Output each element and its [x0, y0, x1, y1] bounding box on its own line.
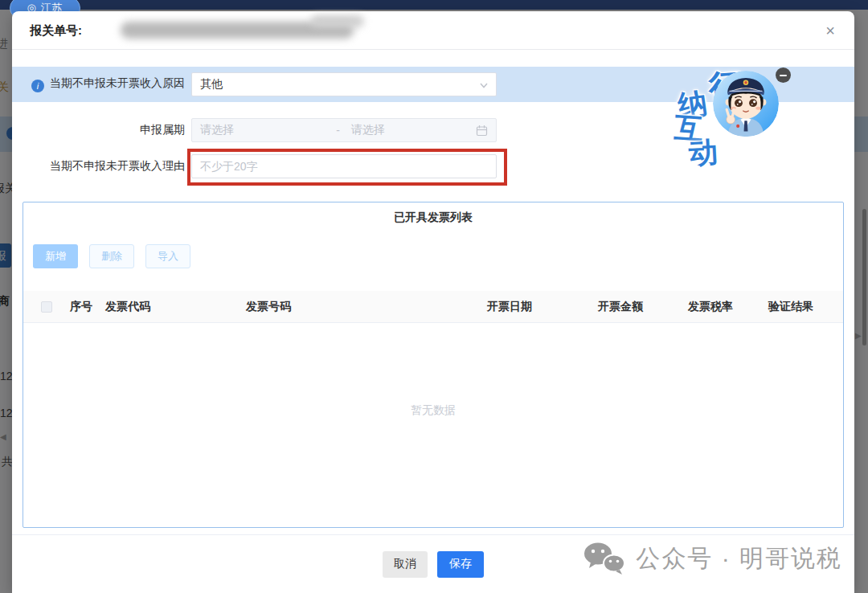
- issued-invoice-panel: 已开具发票列表 新增 删除 导入 序号 发票代码 发票号码 开票日期 开票金额 …: [23, 202, 844, 528]
- range-separator: -: [325, 124, 351, 137]
- empty-data-text: 暂无数据: [23, 403, 843, 418]
- wechat-icon: [583, 542, 626, 575]
- add-button[interactable]: 新增: [33, 244, 78, 268]
- save-button[interactable]: 保存: [437, 551, 484, 578]
- chevron-down-icon: [478, 80, 489, 91]
- select-all-checkbox[interactable]: [41, 301, 52, 313]
- tax-officer-illustration: [713, 71, 779, 137]
- watermark: 公众号 · 明哥说税: [583, 542, 842, 575]
- redacted-declaration-number: [311, 15, 364, 27]
- period-range-picker[interactable]: 请选择 - 请选择: [191, 118, 497, 142]
- col-invoice-code: 发票代码: [99, 300, 240, 314]
- mascot-avatar: [713, 71, 779, 137]
- watermark-text: 公众号 · 明哥说税: [636, 542, 842, 575]
- dialog-title: 报关单号:: [30, 11, 82, 50]
- col-invoice-amount: 开票金额: [592, 300, 682, 314]
- delete-button[interactable]: 删除: [89, 244, 134, 268]
- reason-label: 当期不申报未开票收入理由: [12, 159, 185, 174]
- select-value: 其他: [200, 77, 223, 92]
- reason-input[interactable]: [191, 154, 497, 178]
- uninvoiced-reason-select[interactable]: 其他: [191, 72, 497, 96]
- col-verify-result: 验证结果: [762, 300, 843, 314]
- panel-title: 已开具发票列表: [23, 211, 843, 225]
- table-header-row: 序号 发票代码 发票号码 开票日期 开票金额 发票税率 验证结果: [23, 291, 843, 323]
- mascot-char: 动: [688, 133, 719, 174]
- dialog-header: 报关单号: ×: [12, 11, 854, 50]
- col-seq: 序号: [63, 300, 99, 314]
- minus-icon: [780, 75, 787, 76]
- import-button[interactable]: 导入: [145, 244, 190, 268]
- uninvoiced-reason-label: i当期不申报未开票收入原因: [12, 76, 185, 92]
- info-icon: i: [31, 80, 44, 92]
- cancel-button[interactable]: 取消: [383, 551, 428, 578]
- minimize-widget-button[interactable]: [776, 67, 791, 83]
- period-start-placeholder: 请选择: [200, 123, 325, 137]
- period-end-placeholder: 请选择: [351, 123, 476, 137]
- col-invoice-date: 开票日期: [481, 300, 592, 314]
- calendar-icon: [476, 125, 488, 137]
- period-label: 申报属期: [12, 123, 185, 137]
- col-tax-rate: 发票税率: [682, 300, 762, 314]
- tax-interaction-widget[interactable]: 征 纳 互 动: [665, 47, 796, 169]
- col-invoice-number: 发票号码: [240, 300, 481, 314]
- field-label: 当期不申报未开票收入原因: [50, 76, 185, 89]
- close-icon[interactable]: ×: [821, 11, 840, 50]
